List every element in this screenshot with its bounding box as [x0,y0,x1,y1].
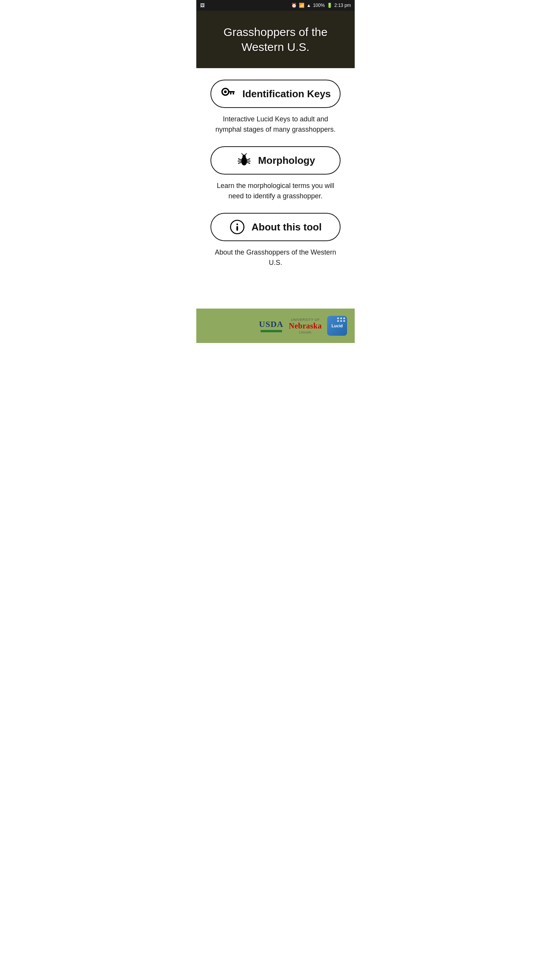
app-header: Grasshoppers of the Western U.S. [196,11,355,68]
footer: USDA UNIVERSITY OF Nebraska Lincoln Luci… [196,309,355,343]
image-icon: 🖼 [200,3,205,8]
svg-rect-17 [236,226,238,230]
identification-keys-label: Identification Keys [242,88,331,100]
battery-percent: 100% [313,3,325,8]
about-tool-description: About the Grasshoppers of the Western U.… [210,247,341,268]
battery-icon: 🔋 [327,3,333,8]
info-icon [229,219,245,235]
svg-line-14 [247,162,250,163]
usda-logo: USDA [259,319,284,332]
identification-keys-button[interactable]: Identification Keys [210,80,341,108]
status-bar-left: 🖼 [200,3,205,8]
lucid-dot [343,317,345,319]
lucid-logo: Lucid [327,316,347,336]
lucid-dot [343,320,345,322]
nebraska-text: Nebraska [289,322,322,330]
svg-line-12 [247,159,250,160]
lucid-text: Lucid [331,323,342,328]
lucid-dot [337,317,339,319]
lucid-dots [337,317,346,322]
signal-icon: ▲ [306,3,311,8]
bug-icon [236,152,252,168]
about-tool-label: About this tool [251,221,321,233]
svg-rect-2 [228,91,235,93]
status-bar: 🖼 ⏰ 📶 ▲ 100% 🔋 2:13 pm [196,0,355,11]
svg-rect-4 [230,93,232,95]
nebraska-lincoln-text: Lincoln [299,330,311,334]
about-tool-button[interactable]: About this tool [210,213,341,241]
morphology-description: Learn the morphological terms you will n… [210,181,341,201]
svg-line-7 [241,154,243,155]
svg-point-16 [236,224,238,225]
svg-line-11 [238,162,241,163]
alarm-icon: ⏰ [291,3,297,8]
svg-point-1 [224,90,227,93]
svg-rect-3 [233,93,235,95]
key-icon [220,86,236,102]
nebraska-univ-text: UNIVERSITY OF [291,318,320,322]
svg-line-9 [238,159,241,160]
morphology-label: Morphology [258,155,315,167]
lucid-dot [337,320,339,322]
lucid-dot [340,317,342,319]
svg-point-6 [242,155,246,158]
nebraska-logo: UNIVERSITY OF Nebraska Lincoln [289,318,322,334]
usda-bar [261,330,282,332]
status-bar-right: ⏰ 📶 ▲ 100% 🔋 2:13 pm [291,3,351,8]
time-display: 2:13 pm [334,3,351,8]
wifi-icon: 📶 [299,3,305,8]
lucid-dot [340,320,342,322]
morphology-button[interactable]: Morphology [210,146,341,175]
usda-text: USDA [259,319,284,329]
svg-line-8 [245,154,246,155]
app-title: Grasshoppers of the Western U.S. [204,24,347,54]
main-content: Identification Keys Interactive Lucid Ke… [196,68,355,309]
identification-keys-description: Interactive Lucid Keys to adult and nymp… [210,114,341,135]
